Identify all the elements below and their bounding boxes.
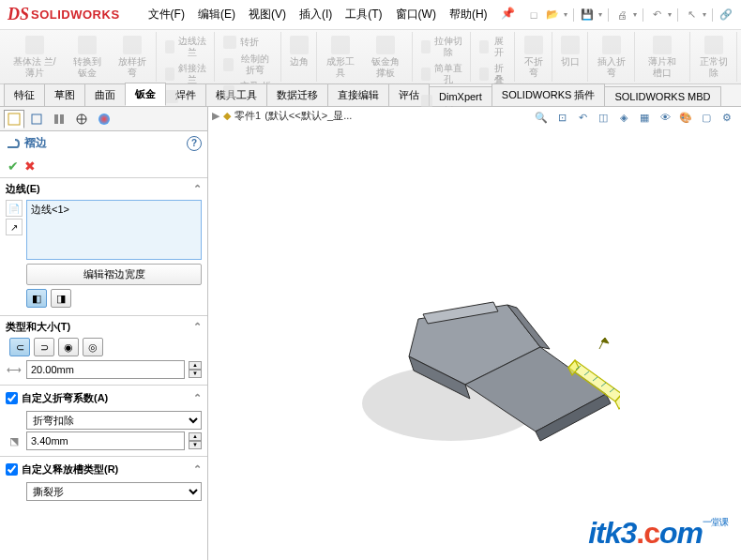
hem-type-open-icon[interactable]: ⊃ bbox=[34, 338, 54, 356]
ribbon-gusset[interactable]: 钣金角 撑板 bbox=[363, 34, 408, 81]
spin-up[interactable]: ▲ bbox=[189, 432, 202, 441]
ribbon-extrude-cut[interactable]: 拉伸切除 bbox=[417, 34, 467, 60]
open-icon[interactable]: 📂 bbox=[545, 8, 560, 23]
save-icon[interactable]: 💾 bbox=[580, 8, 595, 23]
tab-datamigration[interactable]: 数据迁移 bbox=[266, 83, 328, 106]
breadcrumb-config[interactable]: (默认<<默认>_显... bbox=[265, 109, 352, 123]
collapse-icon[interactable]: ⌃ bbox=[193, 463, 202, 476]
menu-items: 文件(F) 编辑(E) 视图(V) 插入(I) 工具(T) 窗口(W) 帮助(H… bbox=[143, 3, 521, 26]
print-icon[interactable]: 🖨 bbox=[614, 8, 629, 23]
bend-type-select[interactable]: 折弯扣除 bbox=[26, 411, 202, 430]
menu-help[interactable]: 帮助(H) bbox=[444, 3, 493, 26]
ribbon-unfold[interactable]: 展开 bbox=[476, 34, 510, 60]
edge-item[interactable]: 边线<1> bbox=[31, 203, 197, 217]
edges-listbox[interactable]: 边线<1> bbox=[26, 200, 202, 260]
section-relief-title: 自定义释放槽类型(R) bbox=[22, 462, 118, 477]
ribbon-no-bends[interactable]: 不折弯 bbox=[520, 34, 548, 81]
watermark: itk3.com一堂课 bbox=[588, 516, 728, 551]
display-style-icon[interactable]: ▦ bbox=[636, 109, 653, 126]
ribbon-convert-sheetmetal[interactable]: 转换到 钣金 bbox=[66, 34, 111, 81]
tab-mold[interactable]: 模具工具 bbox=[205, 83, 267, 106]
length-input[interactable] bbox=[26, 360, 185, 379]
panel-tab-property-icon[interactable] bbox=[26, 110, 47, 129]
help-icon[interactable]: ? bbox=[187, 136, 202, 151]
tab-surface[interactable]: 曲面 bbox=[84, 83, 126, 106]
hem-type-teardrop-icon[interactable]: ◉ bbox=[58, 338, 79, 356]
cancel-button[interactable]: ✖ bbox=[24, 159, 36, 174]
section-view-icon[interactable]: ◫ bbox=[595, 109, 612, 126]
tab-features[interactable]: 特征 bbox=[4, 83, 45, 106]
ribbon-base-flange[interactable]: 基体法 兰/薄片 bbox=[8, 34, 62, 81]
panel-tab-appearance-icon[interactable] bbox=[94, 110, 114, 129]
menu-insert[interactable]: 插入(I) bbox=[294, 3, 338, 26]
feature-title-row: 褶边 ? bbox=[0, 131, 207, 155]
collapse-icon[interactable]: ⌃ bbox=[193, 392, 202, 404]
scene-icon[interactable]: ▢ bbox=[698, 109, 715, 126]
ribbon-lofted-bend[interactable]: 放样折 弯 bbox=[113, 34, 151, 81]
custom-relief-checkbox[interactable] bbox=[6, 463, 18, 476]
ribbon-tab-slot[interactable]: 薄片和 槽口 bbox=[640, 34, 685, 81]
tab-directedit[interactable]: 直接编辑 bbox=[327, 83, 389, 106]
view-settings-icon[interactable]: ⚙ bbox=[718, 109, 735, 126]
tab-swmbd[interactable]: SOLIDWORKS MBD bbox=[604, 86, 720, 106]
app-logo: DS SOLIDWORKS bbox=[0, 5, 128, 24]
menu-view[interactable]: 视图(V) bbox=[243, 3, 292, 26]
breadcrumb-part[interactable]: 零件1 bbox=[234, 109, 261, 123]
spin-down[interactable]: ▼ bbox=[189, 370, 202, 378]
ribbon-forming-tool[interactable]: 成形工 具 bbox=[322, 34, 359, 81]
confirm-button[interactable]: ✔ bbox=[8, 159, 19, 174]
tab-dimxpert[interactable]: DimXpert bbox=[429, 86, 492, 106]
menu-file[interactable]: 文件(F) bbox=[143, 3, 190, 26]
undo-icon[interactable]: ↶ bbox=[649, 8, 664, 23]
tab-swaddins[interactable]: SOLIDWORKS 插件 bbox=[491, 83, 606, 106]
spin-up[interactable]: ▲ bbox=[189, 361, 202, 370]
graphics-viewport[interactable]: ▶ ◆ 零件1 (默认<<默认>_显... 🔍 ⊡ ↶ ◫ ◈ ▦ 👁 🎨 ▢ … bbox=[208, 107, 741, 560]
ribbon-rip[interactable]: 切口 bbox=[557, 34, 583, 69]
view-orientation-icon[interactable]: ◈ bbox=[615, 109, 632, 126]
tab-sheetmetal[interactable]: 钣金 bbox=[125, 83, 166, 106]
custom-bend-checkbox[interactable] bbox=[6, 392, 18, 404]
edge-select-icon[interactable]: 📄 bbox=[6, 200, 23, 217]
ribbon-corner[interactable]: 边角 bbox=[286, 34, 312, 69]
tab-sketch[interactable]: 草图 bbox=[44, 83, 85, 106]
menu-edit[interactable]: 编辑(E) bbox=[192, 3, 241, 26]
rebuild-icon[interactable]: 🔗 bbox=[718, 8, 733, 23]
svg-rect-1 bbox=[32, 114, 41, 124]
select-icon[interactable]: ↖ bbox=[684, 8, 699, 23]
ribbon-edge-flange[interactable]: 边线法兰 bbox=[161, 34, 211, 60]
panel-tab-feature-tree-icon[interactable] bbox=[4, 110, 24, 129]
relief-type-select[interactable]: 撕裂形 bbox=[26, 482, 202, 501]
feature-title: 褶边 bbox=[24, 135, 47, 151]
reverse-direction-icon[interactable]: ↗ bbox=[6, 219, 23, 235]
menu-bar: DS SOLIDWORKS 文件(F) 编辑(E) 视图(V) 插入(I) 工具… bbox=[0, 0, 741, 30]
heads-up-toolbar: 🔍 ⊡ ↶ ◫ ◈ ▦ 👁 🎨 ▢ ⚙ bbox=[533, 109, 735, 126]
hem-type-rolled-icon[interactable]: ◎ bbox=[83, 338, 103, 356]
panel-tab-config-icon[interactable] bbox=[49, 110, 69, 129]
bend-deduction-icon: ⬔ bbox=[6, 432, 23, 449]
prev-view-icon[interactable]: ↶ bbox=[574, 109, 591, 126]
ribbon-insert-bends[interactable]: 插入折 弯 bbox=[593, 34, 630, 81]
collapse-icon[interactable]: ⌃ bbox=[193, 321, 202, 333]
material-inside-icon[interactable]: ◧ bbox=[26, 289, 47, 308]
ribbon-normal-cut[interactable]: 正常切 除 bbox=[695, 34, 733, 81]
hide-show-icon[interactable]: 👁 bbox=[657, 109, 673, 126]
appearance-icon[interactable]: 🎨 bbox=[677, 109, 694, 126]
menu-tools[interactable]: 工具(T) bbox=[340, 3, 387, 26]
menu-window[interactable]: 窗口(W) bbox=[390, 3, 442, 26]
zoom-fit-icon[interactable]: 🔍 bbox=[533, 109, 550, 126]
ribbon-sketched-bend[interactable]: 绘制的折弯 bbox=[219, 52, 276, 78]
breadcrumb-arrow-icon[interactable]: ▶ bbox=[212, 110, 219, 122]
bend-value-input[interactable] bbox=[26, 431, 185, 450]
edit-hem-width-button[interactable]: 编辑褶边宽度 bbox=[26, 264, 202, 285]
spin-down[interactable]: ▼ bbox=[189, 441, 202, 449]
hem-type-closed-icon[interactable]: ⊂ bbox=[9, 338, 30, 356]
ribbon-jog[interactable]: 转折 bbox=[219, 34, 276, 51]
material-outside-icon[interactable]: ◨ bbox=[51, 289, 71, 308]
section-types-title: 类型和大小(T) bbox=[6, 320, 70, 334]
panel-tab-dimxpert-icon[interactable] bbox=[71, 110, 92, 129]
svg-point-7 bbox=[98, 114, 110, 125]
collapse-icon[interactable]: ⌃ bbox=[193, 183, 202, 195]
zoom-area-icon[interactable]: ⊡ bbox=[553, 109, 570, 126]
menu-pin-icon[interactable]: 📌 bbox=[495, 3, 521, 26]
new-icon[interactable]: □ bbox=[526, 8, 541, 23]
